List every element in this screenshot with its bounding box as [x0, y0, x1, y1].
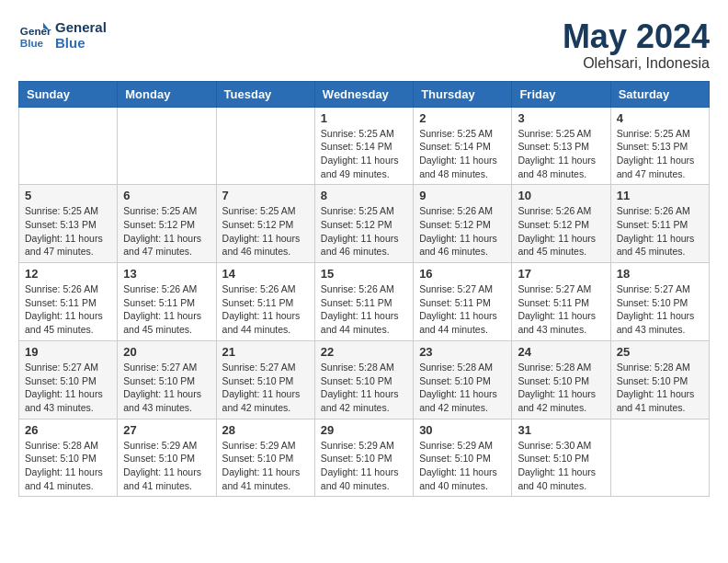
day-number: 26 [25, 423, 111, 437]
calendar-week-row: 19Sunrise: 5:27 AM Sunset: 5:10 PM Dayli… [19, 340, 710, 419]
weekday-header: Sunday [19, 81, 118, 107]
calendar-cell: 4Sunrise: 5:25 AM Sunset: 5:13 PM Daylig… [610, 107, 709, 185]
svg-text:Blue: Blue [20, 37, 44, 49]
day-number: 2 [419, 111, 506, 125]
day-info: Sunrise: 5:25 AM Sunset: 5:13 PM Dayligh… [518, 127, 604, 181]
day-info: Sunrise: 5:28 AM Sunset: 5:10 PM Dayligh… [518, 361, 604, 415]
calendar-week-row: 5Sunrise: 5:25 AM Sunset: 5:13 PM Daylig… [19, 185, 710, 263]
day-info: Sunrise: 5:25 AM Sunset: 5:12 PM Dayligh… [321, 204, 407, 259]
day-info: Sunrise: 5:29 AM Sunset: 5:10 PM Dayligh… [222, 439, 309, 493]
calendar-cell [216, 107, 314, 185]
day-number: 15 [321, 267, 407, 281]
day-number: 10 [518, 189, 604, 202]
calendar-cell: 5Sunrise: 5:25 AM Sunset: 5:13 PM Daylig… [19, 185, 118, 263]
day-info: Sunrise: 5:30 AM Sunset: 5:10 PM Dayligh… [518, 439, 604, 493]
weekday-header: Wednesday [314, 81, 413, 107]
logo-blue: Blue [55, 35, 107, 51]
day-info: Sunrise: 5:25 AM Sunset: 5:12 PM Dayligh… [222, 204, 309, 259]
calendar-cell: 29Sunrise: 5:29 AM Sunset: 5:10 PM Dayli… [314, 419, 413, 497]
day-number: 16 [419, 267, 506, 281]
day-info: Sunrise: 5:25 AM Sunset: 5:14 PM Dayligh… [419, 127, 506, 181]
calendar-cell: 7Sunrise: 5:25 AM Sunset: 5:12 PM Daylig… [216, 185, 314, 263]
day-number: 21 [222, 345, 309, 359]
calendar-cell: 21Sunrise: 5:27 AM Sunset: 5:10 PM Dayli… [216, 340, 314, 419]
day-number: 31 [518, 423, 604, 437]
calendar-week-row: 26Sunrise: 5:28 AM Sunset: 5:10 PM Dayli… [19, 419, 710, 497]
day-info: Sunrise: 5:26 AM Sunset: 5:11 PM Dayligh… [222, 282, 309, 337]
day-info: Sunrise: 5:26 AM Sunset: 5:11 PM Dayligh… [123, 282, 210, 337]
day-number: 20 [123, 345, 210, 359]
day-number: 28 [222, 423, 309, 437]
day-info: Sunrise: 5:26 AM Sunset: 5:11 PM Dayligh… [321, 282, 407, 337]
calendar-cell: 17Sunrise: 5:27 AM Sunset: 5:11 PM Dayli… [512, 263, 610, 341]
weekday-header-row: SundayMondayTuesdayWednesdayThursdayFrid… [19, 81, 710, 107]
day-number: 5 [25, 189, 111, 202]
calendar-cell: 22Sunrise: 5:28 AM Sunset: 5:10 PM Dayli… [314, 340, 413, 419]
calendar-cell: 1Sunrise: 5:25 AM Sunset: 5:14 PM Daylig… [314, 107, 413, 185]
svg-text:General: General [20, 25, 51, 37]
weekday-header: Thursday [414, 81, 512, 107]
day-number: 22 [321, 345, 407, 359]
calendar-cell: 6Sunrise: 5:25 AM Sunset: 5:12 PM Daylig… [118, 185, 216, 263]
day-number: 3 [518, 111, 604, 125]
calendar-cell [19, 107, 118, 185]
calendar-cell: 9Sunrise: 5:26 AM Sunset: 5:12 PM Daylig… [414, 185, 512, 263]
day-info: Sunrise: 5:27 AM Sunset: 5:10 PM Dayligh… [123, 361, 210, 415]
day-info: Sunrise: 5:27 AM Sunset: 5:10 PM Dayligh… [617, 282, 703, 337]
day-info: Sunrise: 5:26 AM Sunset: 5:11 PM Dayligh… [25, 282, 111, 337]
calendar-cell: 8Sunrise: 5:25 AM Sunset: 5:12 PM Daylig… [314, 185, 413, 263]
page-header: General Blue General Blue May 2024 Olehs… [18, 18, 710, 72]
logo: General Blue General Blue [18, 18, 107, 52]
calendar-cell: 23Sunrise: 5:28 AM Sunset: 5:10 PM Dayli… [414, 340, 512, 419]
calendar: SundayMondayTuesdayWednesdayThursdayFrid… [18, 81, 710, 498]
day-info: Sunrise: 5:29 AM Sunset: 5:10 PM Dayligh… [123, 439, 210, 493]
day-info: Sunrise: 5:26 AM Sunset: 5:12 PM Dayligh… [518, 204, 604, 259]
day-number: 14 [222, 267, 309, 281]
day-number: 17 [518, 267, 604, 281]
day-info: Sunrise: 5:25 AM Sunset: 5:12 PM Dayligh… [123, 204, 210, 259]
calendar-cell: 27Sunrise: 5:29 AM Sunset: 5:10 PM Dayli… [118, 419, 216, 497]
month-title: May 2024 [563, 18, 710, 55]
title-block: May 2024 Olehsari, Indonesia [563, 18, 710, 72]
day-number: 25 [617, 345, 703, 359]
day-number: 7 [222, 189, 309, 202]
day-info: Sunrise: 5:27 AM Sunset: 5:10 PM Dayligh… [25, 361, 111, 415]
calendar-week-row: 12Sunrise: 5:26 AM Sunset: 5:11 PM Dayli… [19, 263, 710, 341]
day-info: Sunrise: 5:29 AM Sunset: 5:10 PM Dayligh… [321, 439, 407, 493]
day-info: Sunrise: 5:26 AM Sunset: 5:11 PM Dayligh… [617, 204, 703, 259]
day-number: 29 [321, 423, 407, 437]
day-info: Sunrise: 5:26 AM Sunset: 5:12 PM Dayligh… [419, 204, 506, 259]
logo-general: General [55, 19, 107, 35]
day-info: Sunrise: 5:27 AM Sunset: 5:11 PM Dayligh… [518, 282, 604, 337]
day-number: 1 [321, 111, 407, 125]
day-number: 18 [617, 267, 703, 281]
logo-icon: General Blue [18, 18, 51, 52]
day-number: 19 [25, 345, 111, 359]
calendar-cell: 16Sunrise: 5:27 AM Sunset: 5:11 PM Dayli… [414, 263, 512, 341]
calendar-cell: 28Sunrise: 5:29 AM Sunset: 5:10 PM Dayli… [216, 419, 314, 497]
day-number: 30 [419, 423, 506, 437]
calendar-cell: 30Sunrise: 5:29 AM Sunset: 5:10 PM Dayli… [414, 419, 512, 497]
day-number: 4 [617, 111, 703, 125]
calendar-cell: 20Sunrise: 5:27 AM Sunset: 5:10 PM Dayli… [118, 340, 216, 419]
day-info: Sunrise: 5:25 AM Sunset: 5:13 PM Dayligh… [25, 204, 111, 259]
day-number: 23 [419, 345, 506, 359]
day-info: Sunrise: 5:28 AM Sunset: 5:10 PM Dayligh… [617, 361, 703, 415]
calendar-week-row: 1Sunrise: 5:25 AM Sunset: 5:14 PM Daylig… [19, 107, 710, 185]
calendar-cell: 18Sunrise: 5:27 AM Sunset: 5:10 PM Dayli… [610, 263, 709, 341]
day-info: Sunrise: 5:28 AM Sunset: 5:10 PM Dayligh… [25, 439, 111, 493]
day-number: 11 [617, 189, 703, 202]
location-title: Olehsari, Indonesia [563, 55, 710, 72]
day-info: Sunrise: 5:27 AM Sunset: 5:11 PM Dayligh… [419, 282, 506, 337]
day-number: 24 [518, 345, 604, 359]
day-number: 9 [419, 189, 506, 202]
calendar-cell: 12Sunrise: 5:26 AM Sunset: 5:11 PM Dayli… [19, 263, 118, 341]
day-number: 6 [123, 189, 210, 202]
day-number: 12 [25, 267, 111, 281]
calendar-cell: 19Sunrise: 5:27 AM Sunset: 5:10 PM Dayli… [19, 340, 118, 419]
day-number: 13 [123, 267, 210, 281]
calendar-cell: 26Sunrise: 5:28 AM Sunset: 5:10 PM Dayli… [19, 419, 118, 497]
calendar-cell: 11Sunrise: 5:26 AM Sunset: 5:11 PM Dayli… [610, 185, 709, 263]
calendar-cell: 2Sunrise: 5:25 AM Sunset: 5:14 PM Daylig… [414, 107, 512, 185]
day-info: Sunrise: 5:29 AM Sunset: 5:10 PM Dayligh… [419, 439, 506, 493]
